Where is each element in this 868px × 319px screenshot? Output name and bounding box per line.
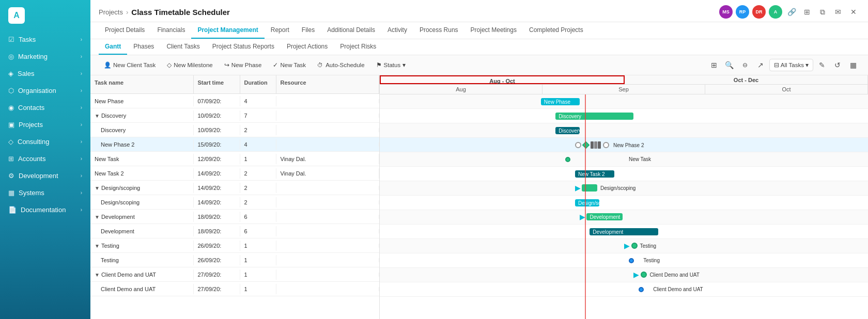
- table-icon[interactable]: ▦: [846, 58, 860, 72]
- tab-gantt[interactable]: Gantt: [99, 39, 127, 55]
- task-name-cell: ▼Client Demo and UAT: [90, 269, 194, 280]
- sidebar-item-sales[interactable]: ◈ Sales ›: [0, 65, 90, 82]
- table-row[interactable]: Testing 26/09/20: 1: [90, 253, 379, 267]
- dot-client-demo[interactable]: [639, 287, 644, 292]
- sidebar-item-contacts[interactable]: ◉ Contacts ›: [0, 99, 90, 116]
- tab-report[interactable]: Report: [265, 22, 296, 39]
- bar-design-phase[interactable]: [582, 184, 597, 192]
- link-icon[interactable]: 🔗: [785, 6, 798, 18]
- avatar-rp: RP: [736, 5, 749, 19]
- tab-additional-details[interactable]: Additional Details: [321, 22, 381, 39]
- sidebar-item-marketing[interactable]: ◎ Marketing ›: [0, 48, 90, 65]
- sidebar-item-accounts[interactable]: ⊞ Accounts ›: [0, 150, 90, 167]
- sidebar-item-development[interactable]: ⚙ Development ›: [0, 167, 90, 184]
- zoom-in-icon[interactable]: 🔍: [723, 58, 736, 72]
- collapse-icon[interactable]: ▼: [95, 185, 100, 191]
- tab-project-management[interactable]: Project Management: [191, 22, 264, 39]
- duration-cell: 1: [240, 284, 276, 294]
- start-cell: 14/09/20:: [194, 197, 240, 208]
- table-row[interactable]: New Task 12/09/20: 1 Vinay Dal.: [90, 152, 379, 166]
- new-phase-icon: ↪: [224, 61, 229, 69]
- table-row[interactable]: ▼Testing 26/09/20: 1: [90, 238, 379, 253]
- bar-discovery-phase[interactable]: Discovery: [555, 113, 633, 120]
- avatar-a: A: [769, 5, 782, 19]
- gantt-table-rows: New Phase 07/09/20: 4 ▼Discovery 10/09/2…: [90, 94, 379, 296]
- table-row[interactable]: ▼Design/scoping 14/09/20: 2: [90, 181, 379, 195]
- bar-new-task-2[interactable]: New Task 2: [575, 170, 614, 178]
- new-task-button[interactable]: ✓ New Task: [268, 59, 311, 71]
- bar-dev[interactable]: Development: [590, 228, 658, 235]
- zoom-out-icon[interactable]: ⊖: [738, 58, 752, 72]
- collapse-icon[interactable]: ▼: [95, 214, 100, 220]
- expand-icon[interactable]: ↗: [754, 58, 767, 72]
- table-row[interactable]: New Task 2 14/09/20: 2 Vinay Dal.: [90, 166, 379, 181]
- bar-new-phase[interactable]: New Phase: [541, 98, 580, 105]
- breadcrumb-parent[interactable]: Projects: [99, 8, 123, 16]
- chevron-right-icon: ›: [81, 105, 82, 110]
- edit-icon[interactable]: ✎: [815, 58, 829, 72]
- dot-new-task[interactable]: [565, 157, 570, 162]
- logo-icon: A: [8, 7, 25, 24]
- sidebar-nav: ☑ Tasks › ◎ Marketing › ◈ Sales › ⬡ Orga…: [0, 31, 90, 319]
- bar-dev-phase[interactable]: Development: [586, 213, 623, 220]
- table-row[interactable]: New Phase 07/09/20: 4: [90, 94, 379, 108]
- sidebar-item-organisation[interactable]: ⬡ Organisation ›: [0, 82, 90, 99]
- tab-activity[interactable]: Activity: [381, 22, 413, 39]
- table-row[interactable]: ▼Development 18/09/20: 6: [90, 210, 379, 224]
- status-button[interactable]: ⚑ Status ▾: [371, 59, 411, 71]
- avatar-ms: MS: [719, 5, 733, 19]
- table-row[interactable]: Design/scoping 14/09/20: 2: [90, 195, 379, 210]
- grid-view-icon[interactable]: ⊞: [707, 58, 721, 72]
- auto-schedule-button[interactable]: ⏱ Auto-Schedule: [312, 59, 369, 71]
- sidebar-item-consulting[interactable]: ◇ Consulting ›: [0, 133, 90, 150]
- bar-design[interactable]: Design/scoping: [575, 199, 599, 206]
- collapse-icon[interactable]: ▼: [95, 243, 100, 249]
- tab-client-tasks[interactable]: Client Tasks: [160, 39, 206, 55]
- task-name-cell: Client Demo and UAT: [90, 284, 194, 294]
- tab-process-runs[interactable]: Process Runs: [413, 22, 464, 39]
- layout-icon[interactable]: ⊞: [801, 6, 813, 18]
- task-name-cell: Design/scoping: [90, 197, 194, 208]
- new-client-task-button[interactable]: 👤 New Client Task: [99, 59, 161, 71]
- collapse-icon[interactable]: ▼: [95, 113, 100, 119]
- table-row[interactable]: Discovery 10/09/20: 2: [90, 123, 379, 137]
- table-row[interactable]: ▼Discovery 10/09/20: 7: [90, 108, 379, 123]
- chevron-right-icon: ›: [81, 139, 82, 145]
- dot-testing[interactable]: [629, 258, 634, 263]
- close-icon[interactable]: ✕: [847, 6, 860, 18]
- tab-phases[interactable]: Phases: [127, 39, 160, 55]
- timeline-months-row: Aug Sep Oct: [380, 85, 868, 94]
- new-milestone-button[interactable]: ◇ New Milestone: [162, 59, 218, 71]
- tab-project-details[interactable]: Project Details: [99, 22, 151, 39]
- copy-icon[interactable]: ⧉: [816, 6, 829, 18]
- gantt-bars: New Phase Discovery Discovery: [380, 94, 868, 319]
- tab-project-status-reports[interactable]: Project Status Reports: [206, 39, 281, 55]
- gantt-table: Task name Start time Duration Resource N…: [90, 75, 380, 319]
- sidebar-item-label: Accounts: [18, 155, 45, 163]
- table-row[interactable]: Client Demo and UAT 27/09/20: 1: [90, 282, 379, 296]
- tab-project-actions[interactable]: Project Actions: [281, 39, 334, 55]
- bar-testing-label: Testing: [643, 258, 660, 263]
- tab-completed-projects[interactable]: Completed Projects: [523, 22, 590, 39]
- tab-files[interactable]: Files: [296, 22, 321, 39]
- bar-row-design: Design/scoping: [380, 196, 868, 210]
- sidebar-item-systems[interactable]: ▦ Systems ›: [0, 184, 90, 201]
- email-icon[interactable]: ✉: [832, 6, 844, 18]
- sidebar-item-tasks[interactable]: ☑ Tasks ›: [0, 31, 90, 48]
- collapse-icon[interactable]: ▼: [95, 272, 100, 278]
- timeline-header: Aug - Oct Oct - Dec Aug Sep Oct: [380, 75, 868, 94]
- table-row[interactable]: ▼Client Demo and UAT 27/09/20: 1: [90, 267, 379, 282]
- tab-project-meetings[interactable]: Project Meetings: [464, 22, 523, 39]
- sidebar-item-documentation[interactable]: 📄 Documentation ›: [0, 201, 90, 218]
- bar-discovery[interactable]: Discovery: [555, 127, 580, 134]
- tab-financials[interactable]: Financials: [151, 22, 191, 39]
- resource-cell: [276, 114, 380, 118]
- chevron-right-icon: ›: [81, 156, 82, 162]
- table-row[interactable]: Development 18/09/20: 6: [90, 224, 379, 238]
- refresh-icon[interactable]: ↺: [831, 58, 844, 72]
- filter-dropdown[interactable]: ⊟ All Tasks ▾: [769, 59, 813, 71]
- new-phase-button[interactable]: ↪ New Phase: [219, 59, 267, 71]
- tab-project-risks[interactable]: Project Risks: [334, 39, 382, 55]
- table-row[interactable]: New Phase 2 15/09/20: 4: [90, 137, 379, 152]
- sidebar-item-projects[interactable]: ▣ Projects ›: [0, 116, 90, 133]
